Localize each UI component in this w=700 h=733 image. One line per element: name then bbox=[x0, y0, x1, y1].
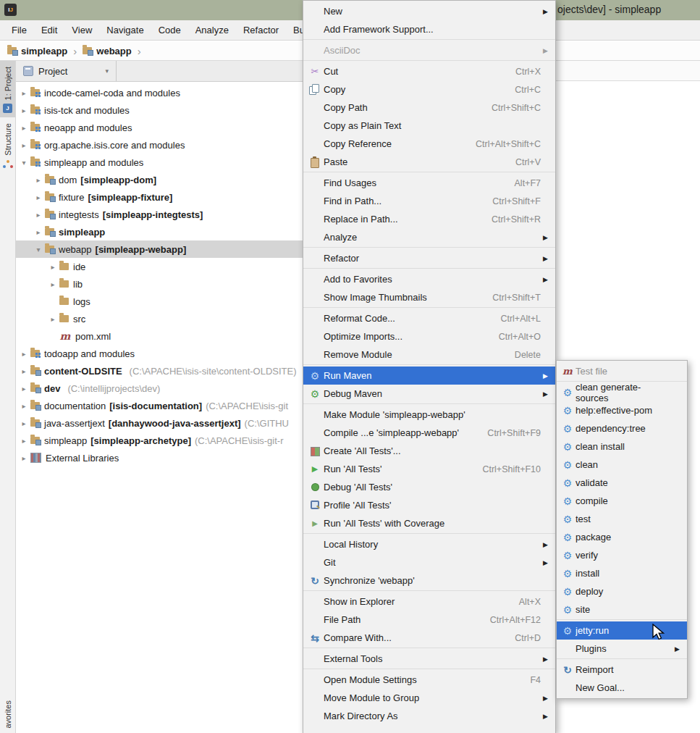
tree-expand-arrow-icon[interactable]: ▸ bbox=[17, 106, 30, 114]
tool-window-button[interactable]: Structure bbox=[0, 117, 15, 173]
maven-goal-item[interactable]: ↻ Reimport bbox=[557, 661, 687, 679]
maven-goal-item[interactable]: ⚙ help:effective-pom bbox=[557, 401, 687, 419]
menu-item[interactable]: Mark Directory As ▶ bbox=[303, 707, 555, 725]
tree-row[interactable]: logs bbox=[16, 293, 304, 310]
menu-item[interactable]: File Path Ctrl+Alt+F12 bbox=[303, 611, 555, 629]
menu-item[interactable]: ⚙ Debug Maven ▶ bbox=[303, 385, 555, 403]
menu-item[interactable]: Replace in Path... Ctrl+Shift+R bbox=[303, 210, 555, 228]
menu-item[interactable]: Remove Module Delete bbox=[303, 345, 555, 364]
menu-item[interactable]: ✂ Cut Ctrl+X bbox=[303, 62, 555, 80]
tree-expand-arrow-icon[interactable]: ▸ bbox=[17, 385, 30, 393]
menu-item[interactable] bbox=[303, 306, 555, 309]
tree-expand-arrow-icon[interactable]: ▸ bbox=[32, 193, 45, 201]
tree-row[interactable]: ▸ content-OLDSITE (C:\APACHE\isis-site\c… bbox=[16, 362, 304, 380]
maven-goal-item[interactable]: ⚙ compile bbox=[557, 492, 687, 510]
tree-row[interactable]: ▸ incode-camel-coda and modules bbox=[16, 84, 304, 101]
breadcrumb-item[interactable]: webapp › bbox=[83, 45, 146, 57]
maven-goal-item[interactable]: ⚙ install bbox=[557, 564, 687, 582]
maven-goal-item[interactable]: ⚙ dependency:tree bbox=[557, 419, 687, 437]
menu-item[interactable]: ⚙ Run Maven ▶ bbox=[303, 366, 555, 385]
tree-expand-arrow-icon[interactable]: ▸ bbox=[17, 89, 30, 97]
menu-item[interactable] bbox=[303, 246, 555, 249]
tree-row[interactable]: ▾ simpleapp and modules bbox=[16, 154, 304, 171]
menu-item[interactable]: ▶ Run 'All Tests' with Coverage bbox=[303, 514, 555, 532]
tree-expand-arrow-icon[interactable]: ▸ bbox=[46, 315, 59, 323]
tree-expand-arrow-icon[interactable]: ▸ bbox=[17, 350, 30, 358]
maven-goal-item[interactable]: ⚙ site bbox=[557, 600, 687, 619]
maven-goal-item[interactable] bbox=[557, 619, 687, 621]
menu-item[interactable] bbox=[303, 668, 555, 671]
tree-row[interactable]: m pom.xml bbox=[16, 327, 304, 345]
menu-item[interactable]: Copy Path Ctrl+Shift+C bbox=[303, 99, 555, 117]
menu-item[interactable]: Local History ▶ bbox=[303, 535, 555, 553]
menu-item[interactable] bbox=[303, 171, 555, 174]
tree-row[interactable]: ▸ ide bbox=[16, 258, 304, 275]
tree-row[interactable]: ▸ src bbox=[16, 310, 304, 327]
maven-goal-item[interactable]: ⚙ clean install bbox=[557, 437, 687, 456]
menu-item[interactable] bbox=[303, 59, 555, 62]
tool-window-button[interactable]: avorites bbox=[0, 695, 15, 733]
menu-item[interactable]: Show Image Thumbnails Ctrl+Shift+T bbox=[303, 288, 555, 306]
menu-bar-item[interactable]: View bbox=[64, 25, 99, 35]
menu-item[interactable]: Paste Ctrl+V bbox=[303, 153, 555, 171]
menu-bar-item[interactable]: Edit bbox=[34, 25, 64, 35]
menu-item[interactable] bbox=[303, 590, 555, 592]
menu-item[interactable]: Reformat Code... Ctrl+Alt+L bbox=[303, 309, 555, 327]
menu-item[interactable]: ⇆ Compare With... Ctrl+D bbox=[303, 629, 555, 647]
tool-window-button[interactable]: 1: Project J bbox=[0, 61, 15, 117]
menu-bar-item[interactable]: Navigate bbox=[99, 25, 151, 35]
tree-expand-arrow-icon[interactable]: ▸ bbox=[17, 367, 30, 375]
tree-row[interactable]: ▸ todoapp and modules bbox=[16, 345, 304, 362]
tree-row[interactable]: ▸ External Libraries bbox=[16, 449, 304, 466]
menu-item[interactable] bbox=[303, 532, 555, 535]
tree-expand-arrow-icon[interactable]: ▸ bbox=[17, 402, 30, 410]
tree-expand-arrow-icon[interactable]: ▸ bbox=[17, 141, 30, 149]
menu-item[interactable]: Find Usages Alt+F7 bbox=[303, 174, 555, 192]
tree-row[interactable]: ▸ fixture [simpleapp-fixture] bbox=[16, 188, 304, 206]
menu-item[interactable] bbox=[303, 364, 555, 366]
tree-expand-arrow-icon[interactable]: ▾ bbox=[17, 159, 30, 167]
maven-goal-item[interactable] bbox=[557, 380, 687, 383]
tree-expand-arrow-icon[interactable]: ▾ bbox=[32, 246, 45, 254]
tree-row[interactable]: ▸ dom [simpleapp-dom] bbox=[16, 171, 304, 188]
tree-expand-arrow-icon[interactable]: ▸ bbox=[17, 419, 30, 427]
menu-item[interactable] bbox=[303, 403, 555, 406]
tree-row[interactable]: ▸ integtests [simpleapp-integtests] bbox=[16, 206, 304, 223]
maven-goal-item[interactable]: ⚙ package bbox=[557, 528, 687, 546]
menu-item[interactable]: Refactor ▶ bbox=[303, 249, 555, 267]
maven-goal-item[interactable]: New Goal... bbox=[557, 679, 687, 697]
tree-row[interactable]: ▸ simpleapp bbox=[16, 223, 304, 240]
menu-item[interactable]: New ▶ bbox=[303, 2, 555, 20]
menu-bar-item[interactable]: Analyze bbox=[188, 25, 236, 35]
tree-expand-arrow-icon[interactable]: ▸ bbox=[32, 228, 45, 236]
tree-expand-arrow-icon[interactable]: ▸ bbox=[46, 280, 59, 288]
menu-item[interactable]: AsciiDoc ▶ bbox=[303, 41, 555, 59]
menu-item[interactable]: ↻ Synchronize 'webapp' bbox=[303, 571, 555, 590]
menu-item[interactable]: Show in Explorer Alt+X bbox=[303, 592, 555, 611]
tree-row[interactable]: ▸ documentation [isis-documentation] (C:… bbox=[16, 397, 304, 414]
maven-goal-item[interactable]: ⚙ clean generate-sources bbox=[557, 383, 687, 401]
menu-item[interactable]: Git ▶ bbox=[303, 553, 555, 571]
tree-expand-arrow-icon[interactable]: ▸ bbox=[46, 263, 59, 271]
menu-item[interactable]: Copy as Plain Text bbox=[303, 117, 555, 135]
tree-row[interactable]: ▸ neoapp and modules bbox=[16, 119, 304, 136]
tree-row[interactable]: ▸ simpleapp [simpleapp-archetype] (C:\AP… bbox=[16, 432, 304, 449]
tree-row[interactable]: ▾ webapp [simpleapp-webapp] bbox=[16, 240, 304, 258]
tree-expand-arrow-icon[interactable]: ▸ bbox=[32, 176, 45, 184]
tree-row[interactable]: ▸ java-assertjext [danhaywood-java-asser… bbox=[16, 414, 304, 432]
menu-item[interactable]: Add Framework Support... bbox=[303, 20, 555, 38]
project-view-dropdown[interactable]: Project ▾ bbox=[16, 61, 117, 81]
menu-item[interactable]: Add to Favorites ▶ bbox=[303, 270, 555, 288]
menu-bar-item[interactable]: Code bbox=[151, 25, 188, 35]
maven-goal-item[interactable]: ⚙ validate bbox=[557, 474, 687, 492]
maven-goal-item[interactable]: ⚙ clean bbox=[557, 456, 687, 474]
menu-item[interactable] bbox=[303, 267, 555, 270]
tree-expand-arrow-icon[interactable]: ▸ bbox=[32, 211, 45, 219]
menu-item[interactable]: Debug 'All Tests' bbox=[303, 478, 555, 496]
menu-item[interactable]: External Tools ▶ bbox=[303, 650, 555, 668]
maven-goal-item[interactable] bbox=[557, 658, 687, 661]
maven-goal-item[interactable]: ⚙ deploy bbox=[557, 582, 687, 600]
breadcrumb-item[interactable]: simpleapp › bbox=[7, 45, 83, 57]
menu-item[interactable]: Copy Ctrl+C bbox=[303, 80, 555, 99]
tree-expand-arrow-icon[interactable]: ▸ bbox=[17, 454, 30, 462]
